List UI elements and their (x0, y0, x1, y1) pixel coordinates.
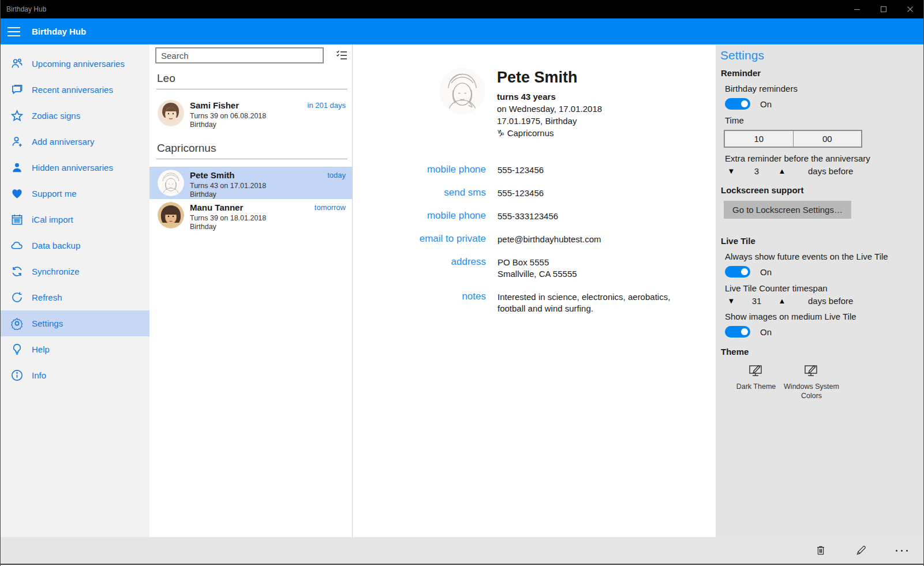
sidebar-item-label: Synchronize (32, 267, 80, 276)
close-button[interactable] (897, 0, 923, 18)
show-images-toggle[interactable] (725, 326, 750, 338)
avatar (158, 170, 184, 196)
maximize-button[interactable] (870, 0, 897, 18)
sidebar-item-synchronize[interactable]: Synchronize (1, 258, 149, 284)
spinner-up-icon[interactable]: ▲ (775, 167, 790, 175)
sidebar-item-label: Hidden anniversaries (32, 163, 113, 173)
sidebar-item-label: Info (32, 370, 46, 380)
sidebar-item-support-me[interactable]: Support me (1, 181, 149, 207)
titlebar: Birthday Hub (1, 0, 923, 18)
time-picker[interactable]: 10 00 (724, 130, 862, 148)
sidebar-item-refresh[interactable]: Refresh (1, 284, 149, 310)
window-title: Birthday Hub (6, 5, 46, 13)
days-before-label: days before (808, 296, 853, 306)
search-input[interactable] (155, 47, 324, 63)
sidebar-item-settings[interactable]: Settings (1, 310, 149, 336)
dark-theme-button[interactable]: Dark Theme (728, 363, 784, 400)
sidebar-item-zodiac-signs[interactable]: Zodiac signs (1, 103, 149, 129)
due-label: today (327, 171, 346, 179)
spinner-down-icon[interactable]: ▼ (724, 167, 739, 175)
list-item-pete-smith[interactable]: Pete Smith Turns 43 on 17.01.2018 Birthd… (149, 167, 352, 199)
field-row: send sms 555-123456 (353, 186, 716, 199)
group-header: Leo (157, 72, 352, 85)
sidebar-item-label: Help (32, 344, 50, 354)
counter-timespan-spinner: ▼ 31 ▲ days before (724, 296, 923, 306)
birthday-reminders-toggle[interactable] (725, 98, 750, 110)
heart-icon (9, 187, 24, 200)
command-bar (1, 537, 923, 565)
multiselect-icon[interactable] (335, 49, 348, 62)
person-detail: Turns 39 on 06.08.2018 (190, 112, 266, 120)
detail-name: Pete Smith (497, 69, 602, 87)
person-name: Pete Smith (190, 170, 235, 180)
star-icon (9, 109, 24, 122)
show-images-toggle-row: On (725, 326, 923, 338)
sidebar-item-add-anniversary[interactable]: Add anniversary (1, 129, 149, 155)
anniversary-type: Birthday (190, 190, 216, 198)
toggle-state-label: On (760, 99, 772, 109)
birthday-reminders-toggle-row: On (725, 98, 923, 110)
field-action-mobile-phone[interactable]: mobile phone (353, 163, 486, 176)
sidebar-item-help[interactable]: Help (1, 336, 149, 362)
detail-birthdate: 17.01.1975, Birthday (497, 116, 602, 126)
minimize-button[interactable] (844, 0, 870, 18)
sidebar-item-label: Refresh (32, 293, 62, 302)
minimize-icon (854, 6, 861, 13)
sidebar: Upcoming anniversaries Recent anniversar… (1, 44, 149, 537)
edit-button[interactable] (847, 537, 875, 564)
more-button[interactable] (888, 537, 915, 564)
anniversary-list-panel: Leo Sami Fisher Turns 39 on 06.08.2018 B… (149, 44, 353, 537)
display-edit-icon (728, 363, 784, 380)
windows-system-colors-button[interactable]: Windows System Colors (784, 363, 839, 400)
counter-timespan-value: 31 (739, 296, 775, 306)
chat-icon (9, 83, 24, 96)
detail-header: Pete Smith turns 43 years on Wednesday, … (497, 69, 602, 138)
time-label: Time (725, 115, 923, 125)
field-action-notes[interactable]: notes (353, 290, 486, 314)
lockscreen-settings-button[interactable]: Go to Lockscreen Settings… (724, 201, 851, 219)
hamburger-menu-icon[interactable] (8, 27, 21, 36)
maximize-icon (880, 6, 887, 13)
time-minute-cell[interactable]: 00 (794, 131, 862, 147)
anniversary-type: Birthday (190, 223, 216, 231)
cloud-icon (9, 239, 24, 252)
spinner-up-icon[interactable]: ▲ (775, 297, 790, 305)
future-events-toggle[interactable] (725, 266, 750, 278)
field-row: notes Interested in science, electronics… (353, 290, 716, 314)
sidebar-item-upcoming-anniversaries[interactable]: Upcoming anniversaries (1, 51, 149, 77)
field-value: Interested in science, electronics, aero… (497, 290, 688, 314)
gear-icon (9, 317, 24, 330)
person-icon (9, 161, 24, 174)
field-action-email[interactable]: email to private (353, 233, 486, 245)
show-images-label: Show images on medium Live Tile (725, 312, 923, 321)
contact-fields: mobile phone 555-123456 send sms 555-123… (353, 163, 716, 325)
app-title: Birthday Hub (32, 27, 86, 36)
sidebar-item-label: Settings (32, 318, 63, 328)
avatar (158, 100, 184, 126)
detail-date: on Wednesday, 17.01.2018 (497, 104, 602, 114)
sidebar-item-recent-anniversaries[interactable]: Recent anniversaries (1, 77, 149, 103)
delete-button[interactable] (807, 537, 835, 564)
field-row: email to private pete@birthdayhubtest.co… (353, 233, 716, 245)
field-value: pete@birthdayhubtest.com (497, 233, 688, 245)
list-item-sami-fisher[interactable]: Sami Fisher Turns 39 on 06.08.2018 Birth… (149, 97, 352, 129)
field-action-address[interactable]: address (353, 256, 486, 280)
sync-icon (9, 265, 24, 278)
field-action-mobile-phone[interactable]: mobile phone (353, 209, 486, 222)
field-action-send-sms[interactable]: send sms (353, 186, 486, 199)
sidebar-item-label: Upcoming anniversaries (32, 59, 125, 69)
sidebar-item-ical-import[interactable]: iCal import (1, 207, 149, 233)
trash-icon (815, 545, 826, 556)
window-controls (844, 0, 923, 18)
app-window: Birthday Hub Birthday Hub Upcoming anniv… (0, 0, 924, 566)
sidebar-item-info[interactable]: Info (1, 362, 149, 388)
list-item-manu-tanner[interactable]: Manu Tanner Turns 39 on 18.01.2018 Birth… (149, 199, 352, 231)
future-events-toggle-row: On (725, 266, 923, 278)
time-hour-cell[interactable]: 10 (725, 131, 794, 147)
sidebar-item-data-backup[interactable]: Data backup (1, 233, 149, 258)
person-detail: Turns 39 on 18.01.2018 (190, 214, 266, 222)
future-events-label: Always show future events on the Live Ti… (725, 252, 923, 261)
spinner-down-icon[interactable]: ▼ (724, 297, 739, 305)
sidebar-item-hidden-anniversaries[interactable]: Hidden anniversaries (1, 155, 149, 181)
toggle-state-label: On (760, 267, 772, 277)
